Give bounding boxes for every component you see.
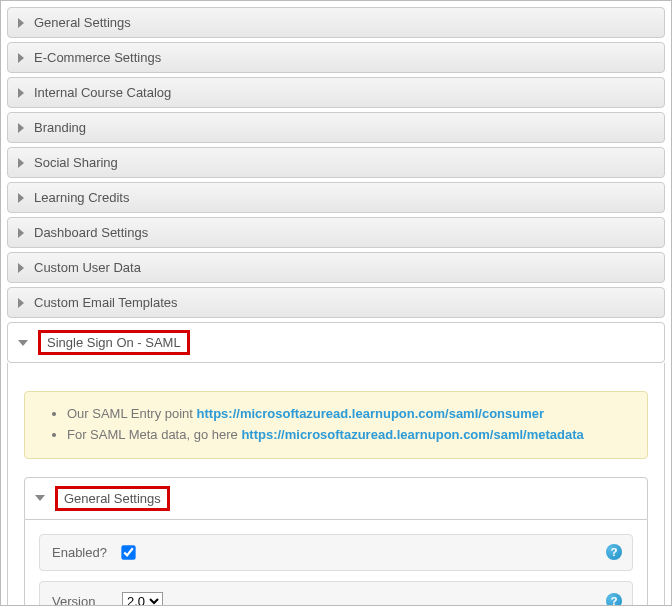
acc-label: Social Sharing (34, 155, 118, 170)
acc-dashboard-settings[interactable]: Dashboard Settings (7, 217, 665, 248)
saml-entry-point-line: Our SAML Entry point https://microsoftaz… (67, 404, 633, 425)
acc-label: Dashboard Settings (34, 225, 148, 240)
enabled-label: Enabled? (52, 545, 112, 560)
chevron-right-icon (18, 298, 24, 308)
acc-single-sign-on-saml[interactable]: Single Sign On - SAML (7, 322, 665, 363)
acc-label: Branding (34, 120, 86, 135)
chevron-right-icon (18, 263, 24, 273)
acc-label: E-Commerce Settings (34, 50, 161, 65)
chevron-right-icon (18, 158, 24, 168)
acc-label: General Settings (34, 15, 131, 30)
saml-info-box: Our SAML Entry point https://microsoftaz… (24, 391, 648, 459)
sub-acc-label: General Settings (64, 491, 161, 506)
info-text: For SAML Meta data, go here (67, 427, 241, 442)
chevron-down-icon (35, 495, 45, 501)
field-enabled: Enabled? ? (39, 534, 633, 571)
saml-panel-body: Our SAML Entry point https://microsoftaz… (7, 363, 665, 606)
chevron-right-icon (18, 53, 24, 63)
chevron-right-icon (18, 123, 24, 133)
saml-general-settings-body: Enabled? ? Version 2.0 ? (24, 520, 648, 606)
saml-general-settings-section: General Settings Enabled? ? Version 2.0 … (24, 477, 648, 606)
settings-accordion: General Settings E-Commerce Settings Int… (1, 1, 671, 606)
help-icon[interactable]: ? (606, 593, 622, 606)
acc-label: Learning Credits (34, 190, 129, 205)
saml-metadata-line: For SAML Meta data, go here https://micr… (67, 425, 633, 446)
chevron-right-icon (18, 88, 24, 98)
field-version: Version 2.0 ? (39, 581, 633, 606)
info-text: Our SAML Entry point (67, 406, 197, 421)
chevron-right-icon (18, 228, 24, 238)
acc-branding[interactable]: Branding (7, 112, 665, 143)
acc-custom-user-data[interactable]: Custom User Data (7, 252, 665, 283)
acc-custom-email-templates[interactable]: Custom Email Templates (7, 287, 665, 318)
acc-general-settings[interactable]: General Settings (7, 7, 665, 38)
acc-label: Custom User Data (34, 260, 141, 275)
highlight-annotation: General Settings (55, 486, 170, 511)
saml-metadata-link[interactable]: https://microsoftazuread.learnupon.com/s… (241, 427, 583, 442)
chevron-right-icon (18, 193, 24, 203)
chevron-right-icon (18, 18, 24, 28)
acc-label: Custom Email Templates (34, 295, 178, 310)
enabled-checkbox[interactable] (121, 545, 135, 559)
acc-learning-credits[interactable]: Learning Credits (7, 182, 665, 213)
version-select[interactable]: 2.0 (122, 592, 163, 606)
saml-entry-point-link[interactable]: https://microsoftazuread.learnupon.com/s… (197, 406, 544, 421)
acc-ecommerce-settings[interactable]: E-Commerce Settings (7, 42, 665, 73)
acc-label: Single Sign On - SAML (47, 335, 181, 350)
highlight-annotation: Single Sign On - SAML (38, 330, 190, 355)
saml-general-settings-header[interactable]: General Settings (24, 477, 648, 520)
acc-label: Internal Course Catalog (34, 85, 171, 100)
chevron-down-icon (18, 340, 28, 346)
acc-social-sharing[interactable]: Social Sharing (7, 147, 665, 178)
help-icon[interactable]: ? (606, 544, 622, 560)
version-label: Version (52, 594, 112, 606)
acc-internal-course-catalog[interactable]: Internal Course Catalog (7, 77, 665, 108)
